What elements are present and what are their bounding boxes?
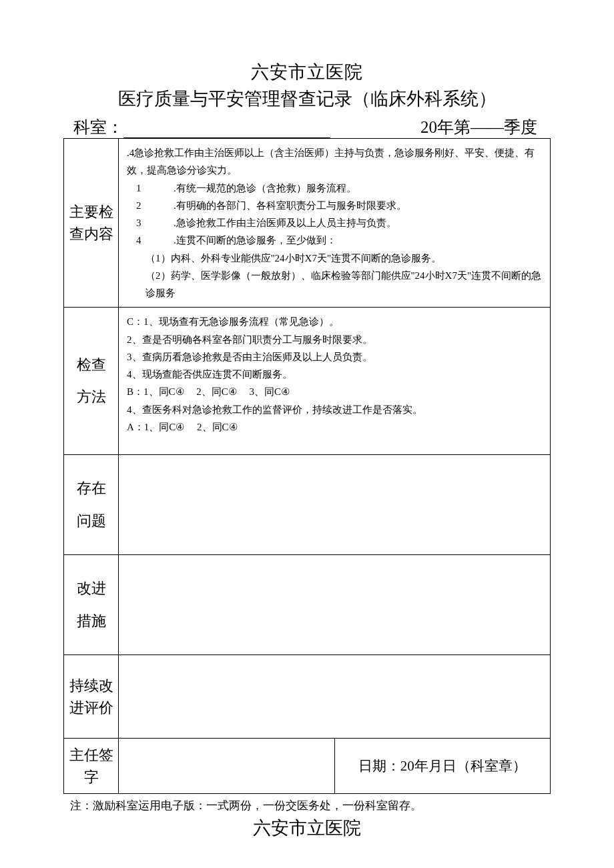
label-signature: 主任签字 <box>64 739 119 794</box>
row-signature: 主任签字 日期：20年月日（科室章） <box>64 739 551 794</box>
inspection-table: 主要检查内容 .4急诊抢救工作由主治医师以上（含主治医师）主持与负责，急诊服务刚… <box>63 138 551 794</box>
content-main-check: .4急诊抢救工作由主治医师以上（含主治医师）主持与负责，急诊服务刚好、平安、便捷… <box>119 139 551 308</box>
row-improve: 改进 措施 <box>64 555 551 655</box>
label-improve: 改进 措施 <box>64 555 119 655</box>
label-problem: 存在 问题 <box>64 455 119 555</box>
footer-hospital: 六安市立医院 <box>63 816 551 840</box>
label-continuous: 持续改进评价 <box>64 655 119 739</box>
label-main-check: 主要检查内容 <box>64 139 119 308</box>
row-method: 检查 方法 C：1、现场查有无急诊服务流程（常见急诊）。 2、查是否明确各科室各… <box>64 308 551 455</box>
hospital-name: 六安市立医院 <box>63 60 551 84</box>
content-improve <box>119 555 551 655</box>
row-problem: 存在 问题 <box>64 455 551 555</box>
content-method: C：1、现场查有无急诊服务流程（常见急诊）。 2、查是否明确各科室各部门职责分工… <box>119 308 551 455</box>
row-continuous: 持续改进评价 <box>64 655 551 739</box>
signature-blank <box>119 739 335 794</box>
quarter-label: 20年第——季度 <box>420 116 551 138</box>
footnote: 注：激励科室运用电子版：一式两份，一份交医务处，一份科室留存。 <box>63 794 551 815</box>
dept-label: 科室： <box>73 116 330 138</box>
header-row: 科室： 20年第——季度 <box>63 116 551 138</box>
row-main-check: 主要检查内容 .4急诊抢救工作由主治医师以上（含主治医师）主持与负责，急诊服务刚… <box>64 139 551 308</box>
label-method: 检查 方法 <box>64 308 119 455</box>
content-continuous <box>119 655 551 739</box>
document-title: 医疗质量与平安管理督查记录（临床外科系统） <box>63 87 551 111</box>
date-cell: 日期：20年月日（科室章） <box>334 739 551 794</box>
content-problem <box>119 455 551 555</box>
